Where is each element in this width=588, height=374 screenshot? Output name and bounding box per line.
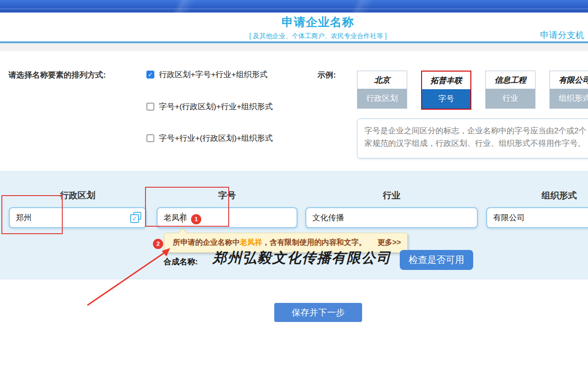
composed-name-value: 郑州弘毅文化传播有限公司 [210,249,394,268]
warning-prefix: 所申请的企业名称中 [173,238,240,248]
checkbox-unchecked-icon[interactable] [146,103,154,111]
arrangement-option-1[interactable]: ✓ 行政区划+字号+行业+组织形式 [146,70,268,79]
field-header-industry: 行业 [305,190,478,202]
orgform-input[interactable] [486,207,588,228]
warning-suffix: ，含有限制使用的内容和文字。 [262,238,366,248]
arrangement-label: 请选择名称要素的排列方式: [8,70,106,80]
example-box-orgform: 有限公司 组织形式 [549,71,588,109]
region-input[interactable] [9,207,146,228]
page-header: 申请企业名称 [ 及其他企业、个体工商户、农民专业合作社等 ] [0,14,588,40]
example-box-value: 北京 [357,71,407,89]
checkbox-checked-icon[interactable]: ✓ [146,71,154,79]
orgform-field-wrap [486,207,588,228]
arrangement-option-2[interactable]: 字号+(行政区划)+行业+组织形式 [146,102,273,111]
tradename-field-wrap [157,207,297,228]
tooltip-line: 家规范的汉字组成，行政区划、行业、组织形式不得用作字号。 [364,137,588,150]
field-header-region: 行政区划 [9,190,146,202]
text-cursor [182,212,183,223]
save-next-button[interactable]: 保存并下一步 [274,303,362,322]
page-subtitle: [ 及其他企业、个体工商户、农民专业合作社等 ] [0,32,588,40]
example-box-region: 北京 行政区划 [357,71,407,109]
example-box-category: 字号 [422,89,470,109]
arrangement-option-label: 字号+行业+(行政区划)+组织形式 [159,133,273,144]
example-tooltip: 字号是企业之间区分的标志，企业名称中的字号应当由2个或2个 家规范的汉字组成，行… [357,118,588,158]
arrangement-option-3[interactable]: 字号+行业+(行政区划)+组织形式 [146,133,273,143]
warning-more-link[interactable]: 更多>> [377,238,401,248]
page: 申请企业名称 [ 及其他企业、个体工商户、农民专业合作社等 ] 申请分支机 请选… [0,0,588,374]
field-header-tradename: 字号 [157,190,297,202]
checkbox-unchecked-icon[interactable] [146,134,154,142]
example-box-category: 行业 [486,89,535,108]
top-banner [0,0,588,13]
industry-field-wrap [305,207,478,228]
example-box-category: 组织形式 [550,89,588,108]
example-box-value: 拓普丰联 [422,72,470,89]
region-field-wrap: ✓ [9,207,146,228]
field-header-orgform: 组织形式 [486,190,588,202]
example-box-industry: 信息工程 行业 [485,71,535,109]
arrangement-option-label: 字号+(行政区划)+行业+组织形式 [159,101,273,112]
industry-input[interactable] [305,207,478,228]
branch-apply-link[interactable]: 申请分支机 [540,29,584,41]
annotation-badge-1: 1 [191,214,201,224]
select-region-icon[interactable]: ✓ [130,212,142,223]
tradename-input[interactable] [157,207,297,228]
example-box-category: 行政区划 [357,89,407,108]
composed-name-label: 合成名称: [164,256,198,267]
example-box-value: 信息工程 [486,71,535,89]
example-box-value: 有限公司 [550,71,588,89]
annotation-badge-2: 2 [153,239,163,249]
name-form-section: 行政区划 字号 行业 组织形式 ✓ 所申请的企业名称中老凤祥，含有限制使用的内容… [0,171,588,279]
example-label: 示例: [317,70,336,80]
check-icon: ✓ [130,214,139,223]
check-availability-button[interactable]: 检查是否可用 [400,250,473,270]
gray-strip [0,43,588,51]
tooltip-line: 字号是企业之间区分的标志，企业名称中的字号应当由2个或2个 [364,125,588,137]
page-title: 申请企业名称 [0,14,588,30]
example-box-tradename: 拓普丰联 字号 [421,71,471,110]
warning-highlight: 老凤祥 [240,238,262,248]
arrangement-option-label: 行政区划+字号+行业+组织形式 [159,69,268,80]
